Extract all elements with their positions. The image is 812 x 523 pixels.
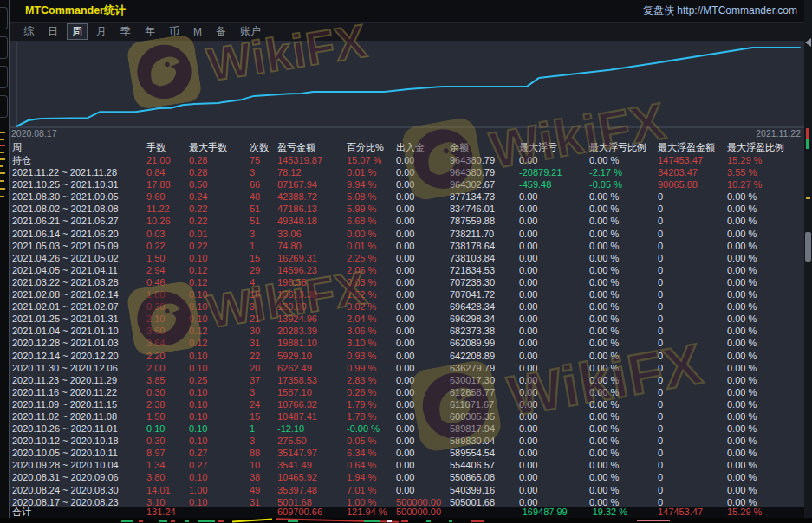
- table-row[interactable]: 2020.10.12 ~ 2020.10.180.300.103275.500.…: [10, 435, 805, 447]
- cell-次数: 4: [250, 276, 277, 288]
- menu-item-账户[interactable]: 账户: [235, 23, 266, 40]
- background-toolbar-button: [0, 36, 8, 59]
- background-tick: [0, 188, 5, 190]
- cell-最大浮盈金额: 0: [658, 264, 727, 276]
- cell-盈亏金额: 16269.31: [277, 252, 347, 264]
- cell-周: 2021.05.03 ~ 2021.05.09: [10, 240, 146, 252]
- cell-最大手数: 0.22: [189, 203, 250, 215]
- table-row[interactable]: 2020.11.16 ~ 2020.11.220.300.1031587.100…: [10, 386, 805, 398]
- cell-最大浮盈比例: 0.00 %: [727, 471, 805, 483]
- table-row[interactable]: 2020.11.30 ~ 2020.12.062.000.10206262.49…: [10, 362, 805, 374]
- cell-周: 合计: [10, 507, 146, 518]
- cell-最大浮盈比例: 0.00 %: [727, 362, 805, 374]
- table-row[interactable]: 2021.10.25 ~ 2021.10.3117.880.506687167.…: [10, 178, 805, 190]
- table-row[interactable]: 2020.11.09 ~ 2020.11.152.380.102410766.3…: [10, 398, 805, 410]
- cell-次数: 15: [250, 252, 277, 264]
- cell-最大手数: 0.10: [189, 386, 250, 398]
- cell-最大浮盈比例: 0.00 %: [727, 374, 805, 386]
- cell-手数: 3.85: [146, 374, 189, 386]
- table-row[interactable]: 2021.11.22 ~ 2021.11.280.840.28378.120.0…: [10, 166, 805, 178]
- menu-item-币[interactable]: 币: [164, 23, 185, 40]
- cell-百分比%: 121.94 %: [347, 507, 396, 518]
- table-row[interactable]: 2020.11.02 ~ 2020.11.081.500.101510487.4…: [10, 410, 805, 423]
- table-row[interactable]: 2021.02.01 ~ 2021.02.070.300.103130.000.…: [10, 300, 805, 313]
- menu-item-季[interactable]: 季: [115, 23, 136, 40]
- cell-最大浮盈金额: 0: [658, 471, 727, 483]
- table-row[interactable]: 2020.08.24 ~ 2020.08.3014.011.004935397.…: [10, 484, 805, 496]
- cell-手数: 1.80: [146, 288, 189, 300]
- table-row[interactable]: 2021.06.14 ~ 2021.06.200.030.01333.060.0…: [10, 228, 805, 240]
- cell-次数: 31: [250, 337, 277, 349]
- cell-最大手数: 0.27: [189, 459, 250, 471]
- cell-最大浮盈比例: 0.00 %: [727, 300, 805, 313]
- table-row[interactable]: 2020.10.05 ~ 2020.10.118.970.278835147.9…: [10, 447, 805, 459]
- menu-item-年[interactable]: 年: [140, 23, 160, 40]
- table-row[interactable]: 2020.11.23 ~ 2020.11.293.850.253717358.5…: [10, 374, 805, 386]
- cell-出入金: 0.00: [396, 190, 450, 203]
- table-row[interactable]: 2021.03.22 ~ 2021.03.280.460.124196.580.…: [10, 276, 805, 288]
- background-tick: [0, 172, 5, 174]
- cell-最大浮亏: -20879.21: [519, 166, 589, 178]
- brand-link[interactable]: 复盘侠 http://MTCommander.com: [643, 3, 797, 18]
- cell-余额: 738103.84: [450, 252, 519, 264]
- cell-最大手数: 0.25: [189, 374, 250, 386]
- background-tick: [0, 180, 4, 182]
- cell-出入金: 0.00: [396, 410, 450, 423]
- menu-item-周[interactable]: 周: [67, 23, 88, 40]
- cell-最大浮亏: 0.00: [519, 350, 589, 362]
- cell-盈亏金额: 35397.48: [277, 484, 347, 496]
- cell-周: 2020.10.26 ~ 2020.11.01: [10, 423, 146, 435]
- cell-最大浮亏比例: 0.00 %: [589, 252, 658, 264]
- cell-最大手数: 0.22: [189, 240, 250, 252]
- cell-百分比%: 5.08 %: [347, 190, 396, 203]
- cell-最大浮盈比例: 0.00 %: [727, 459, 805, 471]
- background-tick: [0, 196, 4, 197]
- table-total-row[interactable]: 合计131.24609700.66121.94 %500000.00-16948…: [10, 507, 805, 518]
- cell-百分比%: 3.06 %: [347, 325, 396, 337]
- cell-最大浮亏: 0.00: [519, 386, 589, 398]
- menu-item-月[interactable]: 月: [91, 23, 112, 40]
- cell-出入金: 0.00: [396, 215, 450, 227]
- table-row[interactable]: 2021.04.26 ~ 2021.05.021.500.101516269.3…: [10, 252, 805, 264]
- cell-出入金: 0.00: [396, 240, 450, 252]
- table-row[interactable]: 2021.08.30 ~ 2021.09.059.600.244042388.7…: [10, 190, 805, 203]
- cell-最大浮亏比例: -0.05 %: [589, 178, 658, 190]
- menu-item-综[interactable]: 综: [18, 23, 39, 40]
- table-row[interactable]: 2020.10.26 ~ 2020.11.010.100.101-12.10-0…: [10, 423, 805, 435]
- cell-次数: 51: [250, 203, 277, 215]
- menu-item-日[interactable]: 日: [42, 23, 63, 40]
- cell-余额: [450, 507, 519, 518]
- scroll-arrow-icon: [805, 38, 811, 47]
- cell-最大浮亏比例: 0.00 %: [589, 484, 658, 496]
- cell-出入金: 0.00: [396, 154, 450, 166]
- cell-盈亏金额: 6262.49: [277, 362, 347, 374]
- table-row[interactable]: 2021.04.05 ~ 2021.04.112.940.122914596.2…: [10, 264, 805, 276]
- table-row[interactable]: 2020.09.28 ~ 2020.10.041.340.27103541.49…: [10, 459, 805, 471]
- cell-次数: 75: [250, 154, 277, 166]
- table-row[interactable]: 2021.08.02 ~ 2021.08.0811.220.225147186.…: [10, 203, 805, 215]
- table-row[interactable]: 2021.05.03 ~ 2021.05.090.220.22174.800.0…: [10, 240, 805, 252]
- cell-最大浮亏比例: 0.00 %: [589, 337, 658, 349]
- cell-最大浮亏: 0.00: [519, 435, 589, 447]
- table-row[interactable]: 2021.06.21 ~ 2021.06.2710.260.225149348.…: [10, 215, 805, 227]
- cell-余额: 738178.64: [450, 240, 519, 252]
- cell-最大手数: 0.10: [189, 410, 250, 423]
- table-row[interactable]: 2021.01.25 ~ 2021.01.312.100.102113924.9…: [10, 313, 805, 325]
- table-row[interactable]: 持仓21.000.2875145319.8715.07 %0.00964380.…: [10, 154, 805, 166]
- table-row[interactable]: 2021.02.08 ~ 2021.02.141.800.101810613.3…: [10, 288, 805, 300]
- cell-百分比%: 1.79 %: [347, 398, 396, 410]
- cell-百分比%: 0.00 %: [347, 228, 396, 240]
- menu-item-备[interactable]: 备: [211, 23, 231, 40]
- cell-余额: 642208.89: [450, 350, 519, 362]
- table-row[interactable]: 2021.01.04 ~ 2021.01.103.600.123020283.3…: [10, 325, 805, 337]
- cell-最大浮盈金额: 0: [658, 350, 727, 362]
- cell-次数: 3: [250, 435, 277, 447]
- cell-手数: 9.60: [146, 190, 189, 203]
- cell-最大浮亏比例: 0.00 %: [589, 410, 658, 423]
- table-row[interactable]: 2020.08.31 ~ 2020.09.063.800.103810465.9…: [10, 471, 805, 483]
- table-row[interactable]: 2020.12.28 ~ 2021.01.033.640.123119881.1…: [10, 337, 805, 349]
- background-chart-sliver: [0, 518, 812, 523]
- menu-item-M[interactable]: M: [188, 25, 207, 39]
- table-row[interactable]: 2020.12.14 ~ 2020.12.202.200.10225929.10…: [10, 350, 805, 362]
- cell-最大浮盈比例: 0.00 %: [727, 313, 805, 325]
